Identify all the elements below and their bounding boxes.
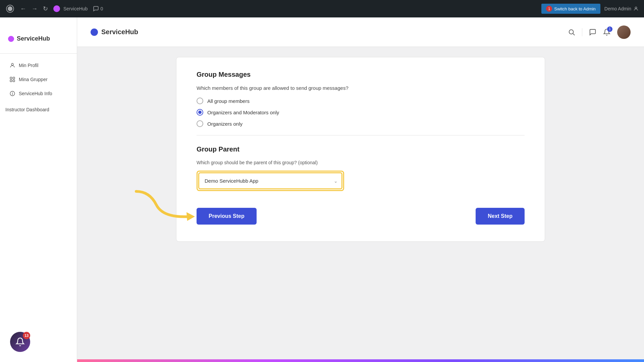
nav-back[interactable]: ← [20,5,26,12]
sidebar-brand: ServiceHub [8,35,50,42]
group-messages-desc: Which members of this group are allowed … [197,85,525,91]
arrow-svg [129,188,203,222]
brand-dot [91,28,98,36]
bottom-bell-icon [15,337,25,347]
switch-back-admin-button[interactable]: 1 Switch back to Admin [541,4,600,14]
wordpress-icon[interactable] [5,4,15,13]
instructor-dashboard-label: Instructor Dashboard [5,107,49,112]
next-step-button[interactable]: Next Step [476,208,525,225]
radio-group: All group members Organizers and Moderat… [197,98,525,127]
arrow-annotation [129,188,203,223]
header-actions: 1 [568,25,631,39]
svg-rect-2 [10,77,12,79]
grid-icon [9,76,15,82]
bottom-notification-button[interactable]: 13 [10,332,30,352]
admin-bar-right: 1 Switch back to Admin Demo Admin [541,4,639,14]
sidebar-brand-name: ServiceHub [17,35,50,42]
admin-bar-left: ← → ↻ ServiceHub 0 [5,4,535,13]
group-parent-title: Group Parent [197,145,525,153]
header-brand: ServiceHub [91,28,138,36]
svg-point-0 [635,7,637,9]
sidebar-nav: Min Profil Mina Grupper ServiceHub Info [0,59,77,100]
svg-rect-3 [13,77,15,79]
sidebars: ServiceHub Min Profil Mina Grupper Servi… [0,17,77,362]
notification-count-badge: 1 [607,26,612,32]
radio-circle-org-mod [197,109,203,116]
search-icon [568,28,575,36]
sidebar-header: ServiceHub [0,24,77,54]
admin-site-name: ServiceHub [63,6,88,11]
switch-back-label: Switch back to Admin [554,6,596,11]
svg-rect-4 [10,80,12,82]
group-parent-section: Group Parent Which group should be the p… [197,145,525,191]
sidebar-item-mina-grupper[interactable]: Mina Grupper [5,73,71,86]
main-layout: ServiceHub Min Profil Mina Grupper Servi… [0,17,644,362]
svg-line-10 [573,34,575,35]
app-sidebar: ServiceHub Min Profil Mina Grupper Servi… [0,17,77,362]
radio-circle-all [197,98,203,104]
sidebar-item-label: ServiceHub Info [19,91,52,96]
admin-site-link[interactable]: ServiceHub [53,5,88,12]
form-actions: Previous Step Next Step [197,208,525,225]
person-icon [9,62,15,68]
svg-rect-5 [13,80,15,82]
bottom-notif-badge: 13 [23,332,30,339]
group-messages-title: Group Messages [197,71,525,78]
bottom-bar [77,359,644,362]
radio-circle-org-only [197,120,203,127]
info-icon [9,90,15,97]
content-wrapper: ServiceHub 1 [77,17,644,362]
group-parent-dropdown[interactable]: Demo ServiceHubb App [198,172,342,189]
radio-org-only[interactable]: Organizers only [197,120,525,127]
search-button[interactable] [568,28,575,36]
sidebar-item-servicehub-info[interactable]: ServiceHub Info [5,87,71,100]
content-area: Group Messages Which members of this gro… [77,47,644,359]
messages-button[interactable] [589,28,596,36]
form-panel: Group Messages Which members of this gro… [176,57,545,242]
radio-all-members[interactable]: All group members [197,98,525,104]
svg-point-9 [569,29,574,34]
messages-icon [589,28,596,36]
group-parent-desc: Which group should be the parent of this… [197,160,525,165]
avatar-image [617,25,631,39]
admin-notif-dot: 1 [546,6,552,12]
dropdown-highlight: Demo ServiceHubb App ⌄ [197,171,344,191]
header-brand-name: ServiceHub [101,28,138,36]
instructor-dashboard-item[interactable]: Instructor Dashboard [0,100,77,113]
radio-label-org-only: Organizers only [207,121,243,127]
demo-admin-label: Demo Admin [604,6,639,11]
previous-step-button[interactable]: Previous Step [197,208,257,225]
admin-bar: ← → ↻ ServiceHub 0 1 Switch back to Admi… [0,0,644,17]
user-avatar[interactable] [617,25,631,39]
notifications-button[interactable]: 1 [603,28,610,36]
sidebar-item-label: Mina Grupper [19,77,48,82]
section-divider [197,135,525,135]
sidebar-item-min-profil[interactable]: Min Profil [5,59,71,72]
radio-label-all: All group members [207,98,250,104]
nav-forward[interactable]: → [32,5,38,12]
header-bar: ServiceHub 1 [77,17,644,47]
nav-refresh[interactable]: ↻ [43,5,48,12]
svg-point-1 [11,63,13,65]
radio-label-org-mod: Organizers and Moderators only [207,110,279,115]
comments-badge[interactable]: 0 [93,6,103,12]
header-divider [582,28,582,36]
dropdown-wrapper: Demo ServiceHubb App ⌄ [198,172,342,189]
svg-marker-11 [186,212,195,221]
sidebar-item-label: Min Profil [19,63,38,68]
radio-org-mod[interactable]: Organizers and Moderators only [197,109,525,116]
